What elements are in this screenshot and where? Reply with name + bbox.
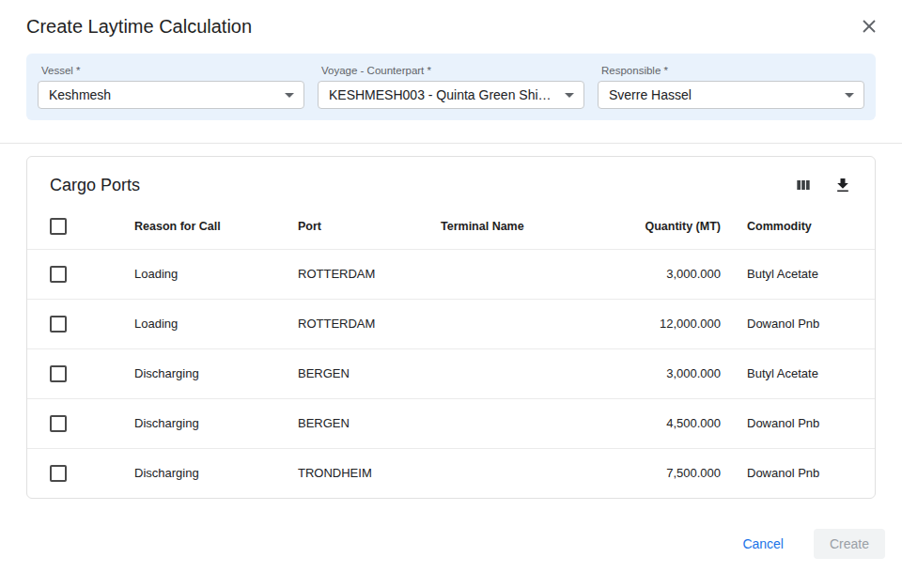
vessel-selected-value: Keshmesh [49, 87, 118, 102]
cell-commodity: Dowanol Pnb [721, 299, 875, 348]
cell-reason: Loading [108, 249, 272, 299]
table-row: Discharging BERGEN 4,500.000 Dowanol Pnb [27, 398, 875, 448]
responsible-select[interactable]: Sverre Hassel [598, 81, 864, 109]
cell-port: ROTTERDAM [272, 299, 414, 348]
voyage-counterpart-field: Voyage - Counterpart * KESHMESH003 - Qui… [318, 65, 584, 109]
create-laytime-dialog: Create Laytime Calculation Vessel * Kesh… [0, 0, 902, 559]
chevron-down-icon [845, 93, 854, 98]
cell-commodity: Butyl Acetate [721, 249, 875, 299]
vessel-select[interactable]: Keshmesh [38, 81, 304, 109]
cell-terminal [414, 448, 574, 498]
column-header-terminal: Terminal Name [414, 204, 574, 249]
create-button[interactable]: Create [814, 529, 885, 559]
cell-terminal [414, 249, 574, 299]
table-row: Loading ROTTERDAM 3,000.000 Butyl Acetat… [27, 249, 875, 299]
column-header-quantity: Quantity (MT) [574, 204, 721, 249]
vessel-field: Vessel * Keshmesh [38, 65, 304, 109]
view-columns-icon[interactable] [792, 174, 815, 196]
close-icon[interactable] [857, 14, 881, 39]
cell-port: TRONDHEIM [272, 448, 414, 498]
responsible-field: Responsible * Sverre Hassel [598, 65, 864, 109]
cell-reason: Loading [108, 299, 272, 348]
cargo-ports-table: Reason for Call Port Terminal Name Quant… [27, 204, 875, 498]
chevron-down-icon [285, 93, 294, 98]
cargo-ports-card: Cargo Ports [26, 156, 876, 499]
download-icon[interactable] [832, 174, 854, 196]
select-all-checkbox[interactable] [50, 218, 67, 235]
cell-port: BERGEN [272, 398, 414, 448]
vessel-label: Vessel * [41, 65, 304, 76]
cargo-ports-title: Cargo Ports [50, 176, 140, 195]
cell-quantity: 3,000.000 [574, 348, 721, 398]
header-divider [0, 143, 902, 144]
cell-terminal [414, 348, 574, 398]
cell-quantity: 4,500.000 [574, 398, 721, 448]
voyage-form-panel: Vessel * Keshmesh Voyage - Counterpart *… [26, 54, 876, 120]
voyage-counterpart-label: Voyage - Counterpart * [321, 65, 584, 76]
row-checkbox[interactable] [50, 465, 67, 482]
cell-reason: Discharging [108, 448, 272, 498]
cell-terminal [414, 299, 574, 348]
responsible-label: Responsible * [601, 65, 864, 76]
cell-reason: Discharging [108, 398, 272, 448]
table-row: Discharging BERGEN 3,000.000 Butyl Aceta… [27, 348, 875, 398]
cargo-ports-actions [792, 174, 854, 196]
table-row: Discharging TRONDHEIM 7,500.000 Dowanol … [27, 448, 875, 498]
column-header-reason: Reason for Call [108, 204, 272, 249]
row-checkbox[interactable] [50, 266, 67, 283]
table-row: Loading ROTTERDAM 12,000.000 Dowanol Pnb [27, 299, 875, 348]
column-header-port: Port [272, 204, 414, 249]
dialog-title: Create Laytime Calculation [26, 16, 252, 38]
cell-reason: Discharging [108, 348, 272, 398]
cell-terminal [414, 398, 574, 448]
cell-port: BERGEN [272, 348, 414, 398]
chevron-down-icon [565, 93, 574, 98]
row-checkbox[interactable] [50, 316, 67, 333]
row-checkbox[interactable] [50, 365, 67, 382]
responsible-selected-value: Sverre Hassel [609, 87, 699, 102]
dialog-footer: Cancel Create [0, 529, 885, 559]
cell-port: ROTTERDAM [272, 249, 414, 299]
cargo-ports-card-header: Cargo Ports [27, 157, 875, 204]
voyage-counterpart-selected-value: KESHMESH003 - Quinta Green Shippi... [329, 87, 565, 102]
dialog-header: Create Laytime Calculation [0, 0, 902, 51]
voyage-counterpart-select[interactable]: KESHMESH003 - Quinta Green Shippi... [318, 81, 584, 109]
cell-quantity: 3,000.000 [574, 249, 721, 299]
cancel-button[interactable]: Cancel [735, 531, 791, 557]
cell-quantity: 7,500.000 [574, 448, 721, 498]
cell-commodity: Butyl Acetate [721, 348, 875, 398]
cell-quantity: 12,000.000 [574, 299, 721, 348]
table-header-row: Reason for Call Port Terminal Name Quant… [27, 204, 875, 249]
column-header-commodity: Commodity [721, 204, 875, 249]
row-checkbox[interactable] [50, 415, 67, 432]
cell-commodity: Dowanol Pnb [721, 448, 875, 498]
cell-commodity: Dowanol Pnb [721, 398, 875, 448]
